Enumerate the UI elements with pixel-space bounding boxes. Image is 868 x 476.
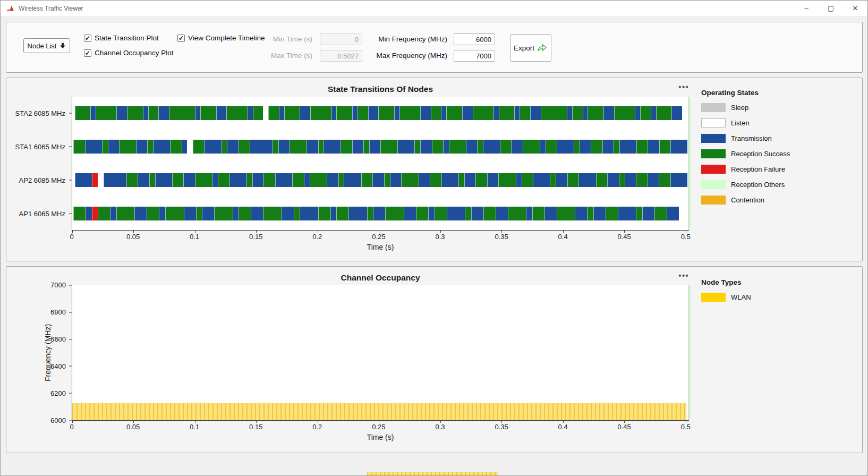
state-plot-menu-button[interactable]: ••• xyxy=(677,82,691,92)
clipped-bottom-strip xyxy=(367,472,498,476)
state-segment xyxy=(508,207,526,220)
state-segment xyxy=(134,207,147,220)
state-segment xyxy=(330,207,337,220)
max-frequency-input[interactable] xyxy=(454,50,495,62)
state-segment xyxy=(184,207,196,220)
state-segment xyxy=(368,106,379,120)
state-segment xyxy=(596,173,608,187)
state-segment xyxy=(465,207,471,220)
row-label: STA1 6065 MHz xyxy=(6,142,69,152)
state-segment xyxy=(227,140,238,154)
maximize-button[interactable]: ▢ xyxy=(819,1,843,16)
state-segment xyxy=(169,106,195,120)
wlan-band xyxy=(72,403,686,420)
y-tick xyxy=(69,113,72,114)
x-tick-label: 0.15 xyxy=(249,233,262,241)
legend-swatch xyxy=(701,134,726,143)
state-segment xyxy=(284,106,300,120)
state-segment xyxy=(229,173,246,187)
minimize-button[interactable]: – xyxy=(794,1,819,16)
state-segment xyxy=(384,173,390,187)
occupancy-plot-menu-button[interactable]: ••• xyxy=(677,271,691,280)
state-segment xyxy=(290,140,307,154)
state-segment xyxy=(352,106,358,120)
timeline-end-marker xyxy=(688,285,690,420)
state-segment xyxy=(670,173,687,187)
occupancy-plot-area xyxy=(72,285,689,421)
state-segment xyxy=(419,173,430,187)
state-segment xyxy=(193,140,204,154)
state-segment xyxy=(336,207,348,220)
state-segment xyxy=(318,207,330,220)
state-segment xyxy=(532,207,544,220)
y-tick xyxy=(69,420,72,421)
state-segment xyxy=(248,106,253,120)
down-arrow-icon xyxy=(59,42,66,49)
occupancy-y-tick-labels: 600062006400660068007000 xyxy=(37,285,69,421)
state-segment xyxy=(483,140,500,154)
state-segment xyxy=(202,207,214,220)
checkbox-channel-occupancy-plot[interactable]: ✓ Channel Occupancy Plot xyxy=(84,49,174,57)
state-segment xyxy=(143,106,148,120)
state-segment xyxy=(195,173,212,187)
row-label: AP1 6065 MHz xyxy=(6,209,69,219)
state-segment xyxy=(659,173,670,187)
state-segment xyxy=(530,106,541,120)
x-tick-label: 0.45 xyxy=(618,423,631,431)
occupancy-legend-title: Node Types xyxy=(701,278,858,286)
state-segment xyxy=(567,173,579,187)
state-segment xyxy=(575,207,587,220)
state-segment xyxy=(473,106,493,120)
state-segment xyxy=(487,173,499,187)
close-button[interactable]: ✕ xyxy=(843,1,867,16)
row-label: AP2 6085 MHz xyxy=(6,175,69,186)
state-segment xyxy=(636,207,642,220)
state-segment xyxy=(273,140,278,154)
state-segment xyxy=(304,173,310,187)
state-legend-items: SleepListenTransmissionReception Success… xyxy=(701,103,858,205)
state-segment xyxy=(464,173,476,187)
min-time-input[interactable] xyxy=(320,33,362,45)
state-segment xyxy=(443,140,449,154)
checkbox-icon[interactable]: ✓ xyxy=(84,49,91,57)
checkbox-icon[interactable]: ✓ xyxy=(84,35,91,42)
state-segment xyxy=(533,173,550,187)
state-segment xyxy=(195,106,200,120)
state-segment xyxy=(222,140,227,154)
checkbox-icon[interactable]: ✓ xyxy=(177,35,185,42)
min-frequency-input[interactable] xyxy=(454,33,495,45)
max-time-input[interactable] xyxy=(320,50,362,62)
state-segment xyxy=(591,140,602,154)
x-tick-label: 0.25 xyxy=(372,233,385,241)
checkbox-view-complete-timeline[interactable]: ✓ View Complete Timeline xyxy=(177,34,265,42)
legend-label: Reception Success xyxy=(731,150,790,158)
checkbox-state-transition-plot[interactable]: ✓ State Transition Plot xyxy=(84,34,159,42)
toolbar-panel: Node List ✓ State Transition Plot ✓ Chan… xyxy=(6,22,863,73)
state-segment xyxy=(361,173,373,187)
state-segment xyxy=(449,140,466,154)
checkbox-label: State Transition Plot xyxy=(95,34,159,42)
legend-swatch xyxy=(701,165,726,174)
state-segment xyxy=(327,173,338,187)
state-segment xyxy=(588,106,603,120)
state-segment xyxy=(336,106,352,120)
legend-item: Reception Others xyxy=(701,180,858,189)
state-segment xyxy=(278,140,290,154)
state-segment xyxy=(341,140,352,154)
state-segment xyxy=(557,207,575,220)
state-segment xyxy=(98,173,104,187)
window-title: Wireless Traffic Viewer xyxy=(19,5,83,12)
state-segment xyxy=(550,173,556,187)
state-segment xyxy=(358,106,368,120)
state-segment xyxy=(477,140,483,154)
export-button[interactable]: Export xyxy=(510,34,551,62)
legend-label: WLAN xyxy=(731,293,751,301)
state-segment xyxy=(430,173,441,187)
state-segment xyxy=(367,207,373,220)
node-list-button[interactable]: Node List xyxy=(23,38,70,53)
legend-label: Reception Failure xyxy=(731,165,785,173)
min-frequency-label: Min Frequency (MHz) xyxy=(365,35,447,43)
y-tick xyxy=(69,213,72,214)
state-segment xyxy=(153,140,170,154)
y-tick-label: 7000 xyxy=(37,281,66,290)
